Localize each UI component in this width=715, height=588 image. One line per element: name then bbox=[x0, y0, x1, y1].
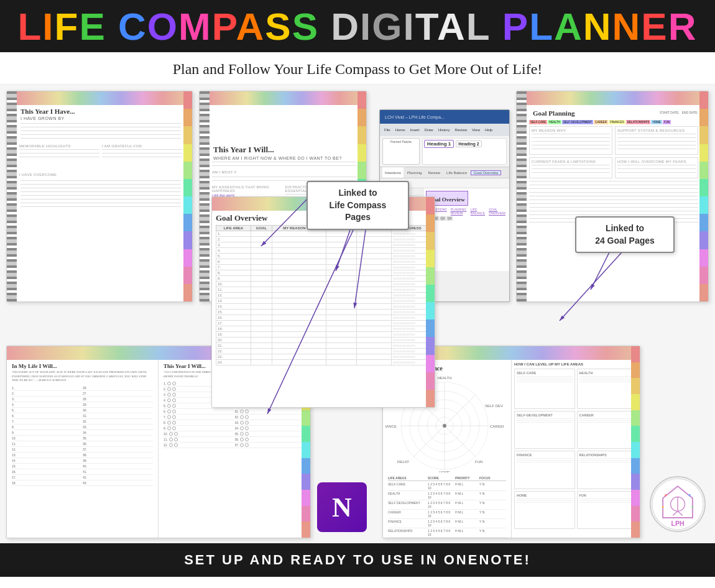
num-col-2: 26. 27. 28. 29. 30. 31. 32. 33. 34. 35. bbox=[83, 385, 153, 486]
footer-text: SET UP AND READY TO USE IN ONENOTE! bbox=[184, 552, 531, 568]
goal-row-10: 10.○○○○○○○○○○ bbox=[216, 282, 431, 287]
goal-row-23: 23.○○○○○○○○○○ bbox=[216, 354, 431, 360]
cat-selfcare: SELF-CARE bbox=[529, 120, 547, 124]
ribbon-section-2: Heading 1 Heading 2 bbox=[422, 138, 507, 165]
onenote-letter: N bbox=[332, 492, 352, 523]
nl-11: 11. bbox=[12, 441, 82, 447]
level-grid: SELF-CARE HEALTH bbox=[514, 369, 637, 529]
spiral-binding bbox=[7, 91, 17, 301]
goal-row-3: 3.○○○○○○○○○○ bbox=[216, 242, 431, 248]
nb-tab-review: Review bbox=[425, 171, 443, 175]
level-health: HEALTH bbox=[577, 369, 638, 409]
goal-row-19: 19.○○○○○○○○○○ bbox=[216, 332, 431, 338]
nl-29: 29. bbox=[83, 402, 153, 408]
balance-right-tabs bbox=[631, 346, 640, 538]
quarter-tabs: Q1 Q2 Q3 Q4 bbox=[426, 216, 507, 221]
svg-point-25 bbox=[665, 494, 667, 497]
area-relationships: RELATIONSHIPS 1 2 3 4 5 6 7 8 9 10 H M L… bbox=[388, 528, 506, 538]
in-my-life-title: In My Life I Will... bbox=[12, 363, 153, 369]
cb-7: 7. bbox=[164, 415, 234, 420]
num-col-1: 1. 2. 3. 4. 5. 6. 7. 8. 9. 10. 11. bbox=[12, 385, 82, 486]
nl-10: 10. bbox=[12, 436, 82, 441]
nl-12: 12. bbox=[12, 447, 82, 452]
nl-4: 4. bbox=[12, 402, 82, 408]
right-tabs bbox=[183, 91, 192, 301]
goal-row-14: 14.○○○○○○○○○○ bbox=[216, 304, 431, 310]
goal-row-17: 17.○○○○○○○○○○ bbox=[216, 321, 431, 326]
nl-5: 5. bbox=[12, 408, 82, 413]
nl-33: 33. bbox=[83, 425, 153, 430]
goal-row-7: 7.○○○○○○○○○○ bbox=[216, 265, 431, 270]
annotation-24-goals: Linked to24 Goal Pages bbox=[575, 216, 675, 253]
footer-bar: SET UP AND READY TO USE IN ONENOTE! bbox=[0, 543, 715, 577]
goal-overview-subtabs: DEFINITIONS PLANNING REVIEW LIFE BALANCE… bbox=[426, 208, 507, 215]
nl-37: 37. bbox=[83, 447, 153, 452]
nl-17: 17. bbox=[12, 475, 82, 480]
annotation-life-compass: Linked toLife CompassPages bbox=[307, 181, 409, 230]
subtitle-text: Plan and Follow Your Life Compass to Get… bbox=[173, 61, 543, 77]
level-selfdev: SELF-DEVELOPMENT bbox=[514, 411, 575, 449]
menu-help: Help bbox=[483, 128, 494, 132]
cb-31: 31. bbox=[235, 409, 306, 415]
goal-row-6: 6.○○○○○○○○○○ bbox=[216, 259, 431, 265]
nl-6: 6. bbox=[12, 413, 82, 419]
header: LIFE COMPASS DIGITAL PLANNER bbox=[0, 0, 715, 52]
nb-tab-lifebalance: Life Balance bbox=[444, 171, 469, 175]
nl-36: 36. bbox=[83, 441, 153, 447]
subtab-goaloverview: GOAL OVERVIEW bbox=[487, 208, 507, 215]
th-area: LIFE AREAS bbox=[388, 476, 425, 480]
cb-34: 34. bbox=[235, 426, 306, 431]
cat-relationships: RELATIONSHIPS bbox=[626, 120, 651, 124]
section-overcome: I HAVE OVERCOME bbox=[17, 173, 185, 177]
nl-27: 27. bbox=[83, 391, 153, 397]
card-goal-planning: Goal Planning START DATE: END DATE: SELF… bbox=[516, 91, 709, 302]
doc-title-goal: Goal Planning bbox=[529, 107, 657, 118]
cb-11: 11. bbox=[164, 437, 234, 443]
heading-style-2: Heading 2 bbox=[456, 140, 481, 147]
svg-text:FUN: FUN bbox=[475, 460, 482, 464]
goal-row-12: 12.○○○○○○○○○○ bbox=[216, 293, 431, 298]
cb-37: 37. bbox=[235, 443, 306, 448]
spiral-goal bbox=[517, 91, 527, 301]
nl-32: 32. bbox=[83, 419, 153, 425]
table-header: LIFE AREAS SCORE PRIORITY FOCUS bbox=[388, 476, 506, 481]
card-this-year-have: This Year I Have... I HAVE GROWN BY MEMO… bbox=[6, 91, 193, 302]
nb-tab-goaloverview: Goal Overview bbox=[471, 170, 501, 175]
nl-9: 9. bbox=[12, 430, 82, 436]
essentials: MY ESSENTIALS THAT BRING HAPPINESS bbox=[212, 185, 284, 193]
in-my-life-section: In My Life I Will... "DO EVERY ACT OF YO… bbox=[7, 360, 159, 538]
col-life-area: LIFE AREA bbox=[216, 226, 251, 231]
cat-career: CAREER bbox=[594, 120, 608, 124]
goal-row-2: 2.○○○○○○○○○○ bbox=[216, 237, 431, 242]
cb-36: 36. bbox=[235, 437, 306, 443]
nl-2: 2. bbox=[12, 391, 82, 397]
svg-text:LPH: LPH bbox=[671, 520, 685, 527]
cat-finances: FINANCES bbox=[609, 120, 625, 124]
label-support: SUPPORT SYSTEM & RESOURCES bbox=[617, 129, 696, 132]
nl-26: 26. bbox=[83, 385, 153, 391]
heading-style: Heading 1 bbox=[424, 140, 454, 148]
goal-row-8: 8.○○○○○○○○○○ bbox=[216, 270, 431, 276]
goal-overview-tabs bbox=[426, 197, 435, 407]
in-my-life-quote: "DO EVERY ACT OF YOUR LIFE AS IF IT WERE… bbox=[12, 370, 153, 383]
th-priority: PRIORITY bbox=[455, 476, 477, 480]
menu-insert: Insert bbox=[408, 128, 422, 132]
svg-point-17 bbox=[443, 424, 446, 428]
level-fun: FUN bbox=[577, 491, 638, 530]
svg-text:FINANCE: FINANCE bbox=[385, 425, 397, 428]
nl-28: 28. bbox=[83, 397, 153, 402]
level-up-side: HOW I CAN LEVEL UP MY LIFE AREAS SELF-CA… bbox=[511, 360, 640, 538]
doc-header-rainbow bbox=[17, 91, 185, 105]
section-grateful: I AM GRATEFUL FOR bbox=[102, 144, 182, 148]
svg-text:HOME: HOME bbox=[439, 471, 450, 472]
cb-10: 10. bbox=[164, 431, 234, 437]
th-focus: FOCUS bbox=[479, 476, 495, 480]
goal-support: SUPPORT SYSTEM & RESOURCES bbox=[615, 126, 698, 155]
goal-overview-table: LIFE AREA GOAL MY REASON WHY REWARD REAC… bbox=[216, 225, 431, 365]
subtab-planning: PLANNING REVIEW bbox=[450, 208, 468, 215]
cb-32: 32. bbox=[235, 415, 306, 420]
goal-row-13: 13.○○○○○○○○○○ bbox=[216, 298, 431, 304]
svg-text:SELF DEV: SELF DEV bbox=[485, 404, 503, 408]
end-date: END DATE: bbox=[682, 111, 698, 114]
level-finance: FINANCE bbox=[514, 451, 575, 489]
